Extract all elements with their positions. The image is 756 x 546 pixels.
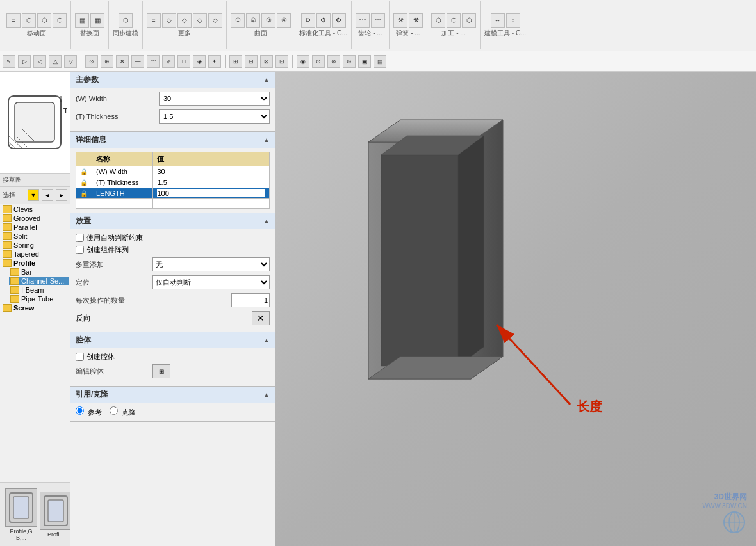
cavity-header[interactable]: 腔体 ▲ (70, 332, 275, 348)
tb2-forward[interactable]: ▷ (18, 55, 31, 68)
toolbar-more-1[interactable]: ≡ (6, 13, 21, 28)
tree-item-pipetube[interactable]: Pipe-Tube (9, 294, 69, 303)
create-array-checkbox[interactable] (76, 246, 84, 254)
main-params-section: 主参数 ▲ (W) Width 30254050 (T) Thickness 1… (70, 72, 275, 132)
toolbar-gear3[interactable]: ⚙ (332, 13, 346, 28)
detail-value-length[interactable] (153, 188, 270, 199)
thumb-item-2[interactable]: Profi... (40, 492, 70, 538)
toolbar-std3[interactable]: ③ (261, 13, 275, 28)
tb2-back[interactable]: ◁ (33, 55, 46, 68)
tree-item-grooved[interactable]: Grooved (1, 214, 69, 223)
toolbar-gear2[interactable]: ⚙ (316, 13, 331, 28)
position-select[interactable]: 仅自动判断手动固定 (152, 275, 270, 289)
tb2-radio1[interactable]: ◉ (297, 55, 309, 68)
tb2-star[interactable]: ✦ (208, 55, 221, 68)
toolbar-move-face3[interactable]: ⬡ (53, 13, 67, 28)
main-params-header[interactable]: 主参数 ▲ (70, 72, 275, 88)
edit-cavity-button[interactable]: ⊞ (152, 364, 170, 378)
placement-header[interactable]: 放置 ▲ (70, 213, 275, 229)
detail-info-header[interactable]: 详细信息 ▲ (70, 132, 275, 148)
ref-radio-label[interactable]: 参考 (76, 406, 102, 417)
tb2-grid3[interactable]: ⊠ (260, 55, 273, 68)
tb2-cross[interactable]: ✕ (116, 55, 129, 68)
tree-item-parallel[interactable]: Parallel (1, 223, 69, 232)
toolbar-std4[interactable]: ④ (277, 13, 291, 28)
detail-value-thickness[interactable]: 1.5 (153, 177, 270, 188)
multi-add-select[interactable]: 无是否 (152, 257, 270, 271)
tree-item-tapered[interactable]: Tapered (1, 250, 69, 259)
ref-label-text: 参考 (88, 408, 102, 416)
tb2-radio4[interactable]: ⊜ (343, 55, 356, 68)
tree-item-spring[interactable]: Spring (1, 241, 69, 250)
toolbar-curve3[interactable]: ◇ (193, 13, 207, 28)
clone-radio[interactable] (110, 406, 118, 415)
tree-item-channel[interactable]: Channel-Se... (9, 277, 69, 285)
toolbar-model3[interactable]: ⬡ (462, 13, 476, 28)
toolbar-gear1[interactable]: ⚙ (301, 13, 315, 28)
tb2-radio2[interactable]: ⊙ (312, 55, 325, 68)
auto-constraint-checkbox[interactable] (76, 234, 84, 242)
tree-item-clevis[interactable]: Clevis (1, 205, 69, 214)
tb2-grid2[interactable]: ⊟ (245, 55, 258, 68)
create-cavity-checkbox[interactable] (76, 353, 84, 361)
detail-info-section: 详细信息 ▲ 名称 值 (70, 132, 275, 213)
tb2-grid4[interactable]: ⊡ (275, 55, 288, 68)
tb2-pattern2[interactable]: ▤ (374, 55, 386, 68)
toolbar-sync[interactable]: ⬡ (119, 13, 133, 28)
toolbar-move-face[interactable]: ⬡ (22, 13, 36, 28)
toolbar-process2[interactable]: ⚒ (409, 13, 423, 28)
placement-content: 使用自动判断约束 创建组件阵列 多重添加 无是否 定位 (70, 229, 275, 332)
tb2-diameter[interactable]: ⌀ (162, 55, 175, 68)
toolbar-std1[interactable]: ① (231, 13, 245, 28)
toolbar-dim1[interactable]: ↔ (491, 13, 505, 28)
toolbar-std2[interactable]: ② (246, 13, 260, 28)
watermark-line2: WWW.3DW.CN (703, 502, 747, 510)
clone-radio-label[interactable]: 克隆 (110, 406, 136, 417)
tb2-square[interactable]: □ (177, 55, 190, 68)
toolbar-move-face2[interactable]: ⬡ (37, 13, 51, 28)
param-select-width[interactable]: 30254050 (159, 92, 270, 106)
toolbar-curve4[interactable]: ◇ (208, 13, 222, 28)
detail-input-length[interactable] (157, 189, 265, 197)
toolbar-curve1[interactable]: ◇ (162, 13, 176, 28)
reference-header[interactable]: 引用/克隆 ▲ (70, 387, 275, 403)
toolbar-model1[interactable]: ⬡ (431, 13, 445, 28)
param-select-thickness[interactable]: 1.522.53 (159, 109, 270, 124)
folder-icon-tapered (3, 250, 12, 258)
tb2-grid1[interactable]: ⊞ (229, 55, 242, 68)
reverse-button[interactable]: ✕ (252, 311, 270, 325)
tb2-line[interactable]: — (131, 55, 144, 68)
tree-item-split[interactable]: Split (1, 232, 69, 241)
tb2-radio3[interactable]: ⊛ (327, 55, 340, 68)
detail-value-width[interactable]: 30 (153, 166, 270, 177)
toolbar-curve2[interactable]: ◇ (177, 13, 192, 28)
tree-item-bar[interactable]: Bar (9, 268, 69, 277)
toolbar-replace-face[interactable]: ▦ (75, 13, 89, 28)
ref-radio[interactable] (76, 406, 84, 415)
tree-item-ibeam[interactable]: I-Beam (9, 285, 69, 294)
filter-icon[interactable]: ▼ (28, 189, 39, 201)
tb2-select[interactable]: ↖ (3, 55, 15, 68)
toolbar-spring2[interactable]: 〰 (371, 13, 385, 28)
nav-right-icon[interactable]: ► (56, 189, 67, 201)
toolbar-replace-face2[interactable]: ▦ (90, 13, 104, 28)
toolbar-spring1[interactable]: 〰 (356, 13, 370, 28)
tb2-wave[interactable]: 〰 (147, 55, 160, 68)
tb2-up[interactable]: △ (49, 55, 62, 68)
tree-item-screw[interactable]: Screw (1, 303, 69, 312)
tb2-plus[interactable]: ⊕ (101, 55, 113, 68)
nav-left-icon[interactable]: ◄ (42, 189, 53, 201)
toolbar-process1[interactable]: ⚒ (393, 13, 407, 28)
tb2-down[interactable]: ▽ (64, 55, 77, 68)
toolbar-more-2[interactable]: ≡ (147, 13, 161, 28)
thumb-item-1[interactable]: Profile,GB,... (5, 488, 37, 541)
toolbar-model2[interactable]: ⬡ (447, 13, 461, 28)
toolbar-dim2[interactable]: ↕ (506, 13, 520, 28)
ops-count-input[interactable] (231, 293, 270, 307)
tb2-pattern1[interactable]: ▣ (358, 55, 371, 68)
tree-item-profile[interactable]: Profile (1, 259, 69, 268)
detail-row-length[interactable]: 🔒 LENGTH (76, 188, 270, 199)
viewport-3d[interactable]: Z Y X (275, 72, 756, 546)
tb2-diamond[interactable]: ◈ (193, 55, 206, 68)
tb2-circle[interactable]: ⊙ (85, 55, 98, 68)
